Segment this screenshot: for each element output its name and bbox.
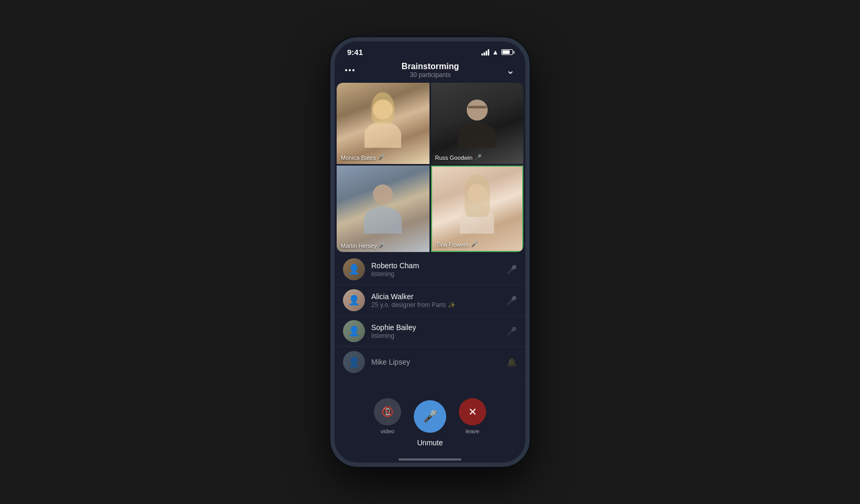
video-circle: 📵: [374, 398, 401, 425]
leave-circle: ✕: [459, 398, 486, 425]
status-bar: 9:41 ▲: [335, 41, 525, 60]
mic-icon-roberto: 🎤: [507, 265, 517, 275]
status-icons: ▲: [481, 48, 513, 56]
avatar-sophie: 👤: [343, 320, 365, 342]
mic-off-icon: 🎤: [423, 410, 437, 423]
video-cell-russ[interactable]: Russ Goodwin 🎤: [431, 83, 524, 164]
video-label-tina: Tina Flowers 🎤: [436, 241, 479, 248]
video-cell-monica[interactable]: Monica Bates 🎤: [337, 83, 429, 164]
mic-muted-icon-sophie: 🎤: [507, 326, 517, 336]
home-indicator: [399, 458, 461, 461]
battery-icon: [501, 49, 513, 55]
more-button[interactable]: [345, 69, 354, 71]
mic-icon-tina: 🎤: [471, 241, 478, 248]
call-header: Brainstorming 30 participants ⌄: [335, 60, 525, 83]
participant-info-alicia: Alicia Walker 25 y.o. designer from Pari…: [371, 292, 507, 309]
participant-name-alicia: Alicia Walker: [371, 292, 507, 301]
video-label: video: [381, 428, 394, 434]
video-name-monica: Monica Bates: [341, 155, 376, 161]
video-label-russ: Russ Goodwin 🎤: [435, 154, 482, 161]
participant-info-mike: Mike Lipsey: [371, 358, 507, 366]
participant-item-alicia[interactable]: 👤 Alicia Walker 25 y.o. designer from Pa…: [335, 285, 525, 316]
participant-name-sophie: Sophie Bailey: [371, 323, 507, 332]
status-time: 9:41: [347, 48, 363, 57]
video-cell-martin[interactable]: Martin Hersey 🎤: [337, 166, 429, 252]
video-label-martin: Martin Hersey 🎤: [341, 242, 386, 249]
mute-button[interactable]: 🎤: [414, 400, 446, 433]
unmute-label: Unmute: [345, 439, 515, 447]
participant-name-mike: Mike Lipsey: [371, 358, 507, 366]
leave-button[interactable]: ✕ leave: [459, 398, 486, 434]
avatar-roberto: 👤: [343, 258, 365, 280]
phone-frame: 9:41 ▲ Brainsto: [330, 37, 530, 467]
participant-info-roberto: Roberto Cham listening: [371, 261, 507, 278]
video-cell-tina[interactable]: Tina Flowers 🎤: [431, 166, 524, 252]
mic-icon-mike: 🔔: [507, 357, 517, 367]
participant-status-alicia: 25 y.o. designer from Paris ✨: [371, 301, 507, 309]
avatar-mike: 👤: [343, 351, 365, 373]
mute-circle: 🎤: [414, 400, 446, 433]
participant-item-sophie[interactable]: 👤 Sophie Bailey listening 🎤: [335, 316, 525, 347]
video-name-martin: Martin Hersey: [341, 243, 377, 249]
phone-screen: 9:41 ▲ Brainsto: [335, 41, 525, 463]
video-off-icon: 📵: [382, 406, 393, 418]
participant-list: 👤 Roberto Cham listening 🎤 👤 Alicia Walk…: [335, 254, 525, 394]
mic-icon-alicia: 🎤: [507, 295, 517, 305]
leave-label: leave: [466, 428, 479, 434]
close-icon: ✕: [468, 406, 477, 418]
video-name-russ: Russ Goodwin: [435, 155, 473, 161]
participant-count: 30 participants: [402, 71, 459, 79]
video-name-tina: Tina Flowers: [436, 242, 469, 248]
mic-icon-martin: 🎤: [379, 242, 386, 249]
avatar-alicia: 👤: [343, 289, 365, 311]
video-grid: Monica Bates 🎤 Russ Goodwin 🎤: [337, 83, 523, 252]
signal-icon: [481, 49, 489, 56]
controls-row: 📵 video 🎤 ✕ leave: [345, 398, 515, 434]
participant-info-sophie: Sophie Bailey listening: [371, 323, 507, 339]
mic-icon-monica: 🎤: [378, 154, 385, 161]
participant-name-roberto: Roberto Cham: [371, 261, 507, 270]
participant-status-sophie: listening: [371, 332, 507, 339]
wifi-icon: ▲: [492, 48, 499, 56]
mic-icon-russ: 🎤: [475, 154, 482, 161]
participant-status-roberto: listening: [371, 270, 507, 278]
call-title-group: Brainstorming 30 participants: [402, 62, 459, 79]
participant-item-roberto[interactable]: 👤 Roberto Cham listening 🎤: [335, 254, 525, 285]
participant-item-mike[interactable]: 👤 Mike Lipsey 🔔: [335, 347, 525, 378]
video-button[interactable]: 📵 video: [374, 398, 401, 434]
bottom-controls: 📵 video 🎤 ✕ leave Un: [335, 394, 525, 455]
video-label-monica: Monica Bates 🎤: [341, 154, 385, 161]
call-title: Brainstorming: [402, 62, 459, 71]
chevron-down-icon[interactable]: ⌄: [506, 64, 515, 76]
